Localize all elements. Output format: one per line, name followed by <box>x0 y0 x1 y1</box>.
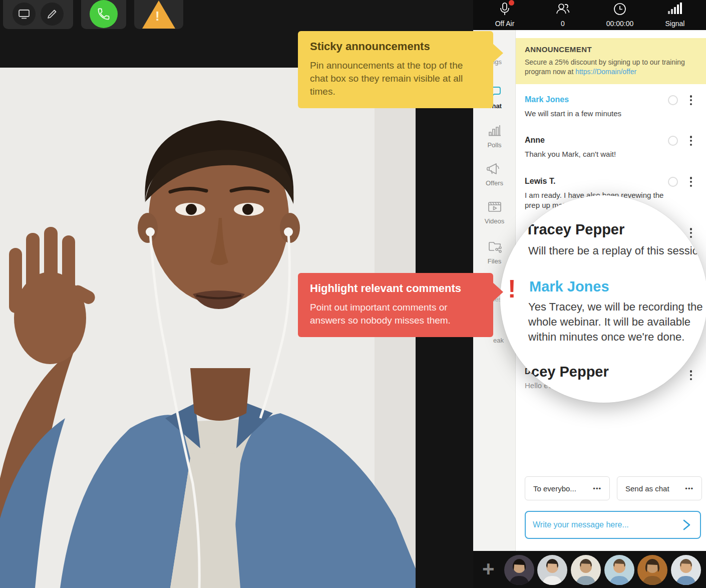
message-author[interactable]: Anne <box>525 136 675 145</box>
participants-bar: + <box>473 551 706 588</box>
screen-share-button[interactable] <box>13 3 36 26</box>
off-air-label: Off Air <box>477 20 532 28</box>
sidebar-item-label: Videos <box>485 217 505 225</box>
participant-avatar[interactable] <box>537 555 567 585</box>
send-mode-button[interactable]: Send as chat ••• <box>617 476 702 500</box>
timer-value: 00:00:00 <box>592 20 647 28</box>
message-menu-kebab-icon[interactable] <box>687 94 695 106</box>
sidebar-item-partial-speak[interactable]: eak <box>493 337 504 344</box>
warning-triangle-icon[interactable]: ! <box>142 1 175 29</box>
sidebar-item-polls[interactable]: Polls <box>473 123 516 149</box>
message-author[interactable]: Lewis T. <box>525 177 675 186</box>
status-timer[interactable]: 00:00:00 <box>592 2 647 28</box>
signal-label: Signal <box>647 20 702 28</box>
send-mode-label: Send as chat <box>625 484 669 493</box>
message-menu-kebab-icon[interactable] <box>687 369 695 381</box>
megaphone-icon <box>487 161 503 176</box>
phone-icon <box>97 7 111 21</box>
message-author[interactable]: Mark Jones <box>525 95 675 104</box>
magnified-author-highlighted: Mark Jones <box>529 278 609 295</box>
screen-tools-group <box>3 0 73 29</box>
sidebar-item-label: Polls <box>487 141 501 149</box>
participant-avatar[interactable] <box>604 555 634 585</box>
status-signal[interactable]: Signal <box>647 2 702 28</box>
callout-title: Sticky announcements <box>310 40 481 53</box>
warning-tool-group: ! <box>134 0 183 29</box>
participant-avatar[interactable] <box>571 555 601 585</box>
message-menu-kebab-icon[interactable] <box>687 227 695 239</box>
audience-select-button[interactable]: To everybo... ••• <box>525 476 610 500</box>
attendee-count: 0 <box>535 20 590 28</box>
magnified-line: whole webinar. It will be available <box>528 315 690 330</box>
message-input-container <box>525 511 701 539</box>
monitor-icon <box>18 8 31 21</box>
announcement-link[interactable]: https://Domain/offer <box>575 68 636 76</box>
video-clip-icon <box>487 199 503 214</box>
files-share-icon <box>487 238 503 254</box>
magnified-author: Tracey Pepper <box>525 221 624 238</box>
zoom-highlight-circle: Tracey Pepper Will there be a replay of … <box>500 195 706 403</box>
chat-message-row: Anne Thank you Mark, can't wait! <box>525 136 675 159</box>
callout-body: Point out important comments or answers … <box>310 301 481 327</box>
add-participant-button[interactable]: + <box>482 558 495 580</box>
session-status-bar: Off Air 0 00:00:00 S <box>473 0 706 30</box>
highlight-comments-callout: Highlight relevant comments Point out im… <box>298 273 493 337</box>
callout-pointer <box>492 282 503 302</box>
status-off-air[interactable]: Off Air <box>477 2 532 28</box>
signal-icon <box>667 2 683 16</box>
webinar-app-window: ! <box>0 0 706 588</box>
bar-chart-icon <box>487 123 502 138</box>
message-menu-kebab-icon[interactable] <box>687 135 695 147</box>
chat-message-row: Mark Jones We will start in a few minute… <box>525 95 675 119</box>
sidebar-item-label: Offers <box>486 179 503 187</box>
callout-title: Highlight relevant comments <box>310 282 481 295</box>
participant-avatar[interactable] <box>637 555 667 585</box>
message-text: We will start in a few minutes <box>525 109 675 119</box>
audience-select-label: To everybo... <box>533 484 576 493</box>
draw-button[interactable] <box>41 3 64 26</box>
warning-glyph: ! <box>155 9 160 24</box>
pencil-icon <box>46 8 59 21</box>
sidebar-item-offers[interactable]: Offers <box>473 161 516 187</box>
announcement-text: Secure a 25% discount by signing up to o… <box>525 58 697 77</box>
sidebar-item-label: Files <box>488 257 501 265</box>
magnified-author-fragment: cey Pepper <box>531 364 609 380</box>
phone-call-button[interactable] <box>90 0 118 28</box>
highlight-exclamation-icon: ! <box>508 274 516 304</box>
participant-avatar[interactable] <box>504 555 534 585</box>
send-arrow-icon[interactable] <box>680 518 693 531</box>
sticky-announcements-callout: Sticky announcements Pin announcements a… <box>298 31 493 108</box>
call-tool-group <box>81 0 126 29</box>
highlight-radio[interactable] <box>668 136 678 146</box>
attendees-icon <box>555 2 570 16</box>
message-menu-kebab-icon[interactable] <box>687 176 695 188</box>
announcement-banner: ANNOUNCEMENT Secure a 25% discount by si… <box>516 38 706 84</box>
callout-body: Pin announcements at the top of the chat… <box>310 59 481 98</box>
magnified-text: Will there be a replay of this sessio. <box>528 243 701 258</box>
send-mode-menu-dots-icon: ••• <box>685 485 693 492</box>
announcement-label: ANNOUNCEMENT <box>525 45 697 54</box>
message-text: Thank you Mark, can't wait! <box>525 149 675 159</box>
sidebar-item-videos[interactable]: Videos <box>473 199 516 225</box>
participant-avatar[interactable] <box>671 555 701 585</box>
magnified-line: Yes Tracey, we will be recording the <box>528 300 703 315</box>
highlight-radio[interactable] <box>668 95 678 105</box>
status-attendees[interactable]: 0 <box>535 2 590 28</box>
message-input[interactable] <box>533 520 680 529</box>
callout-pointer <box>492 43 503 63</box>
audience-menu-dots-icon: ••• <box>593 485 601 492</box>
mic-alert-dot <box>509 0 514 6</box>
magnified-line: within minutes once we're done. <box>528 330 684 345</box>
highlight-radio[interactable] <box>668 177 678 187</box>
timer-icon <box>613 2 627 16</box>
